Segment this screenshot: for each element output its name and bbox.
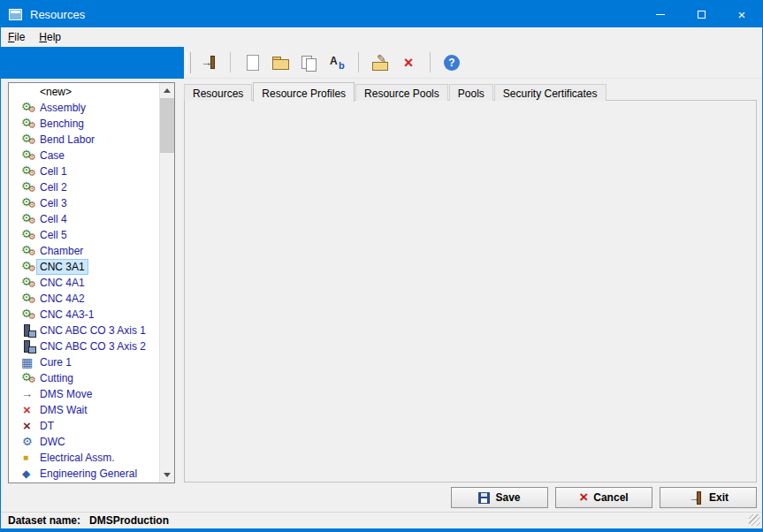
delete-toolbar-button[interactable]: × <box>396 51 421 74</box>
open-folder-icon <box>271 54 289 72</box>
tree-item-cnc-4a2[interactable]: CNC 4A2 <box>9 291 159 307</box>
menu-help[interactable]: Help <box>32 27 68 47</box>
tree-item-cnc-abc-co-3-axis-1[interactable]: CNC ABC CO 3 Axis 1 <box>9 323 159 338</box>
machine-icon <box>21 308 36 322</box>
up-arrow-icon <box>164 88 171 93</box>
resource-tree: <new>AssemblyBenchingBend LaborCaseCell … <box>8 82 175 483</box>
cancel-button[interactable]: × Cancel <box>555 487 652 508</box>
menu-file[interactable]: File <box>1 27 32 47</box>
tree-item-label: CNC ABC CO 3 Axis 1 <box>36 323 149 338</box>
tree-scrollbar[interactable] <box>159 83 174 483</box>
tree-item-dwc[interactable]: DWC <box>9 434 159 450</box>
none-icon <box>21 85 36 99</box>
save-button[interactable]: Save <box>451 487 548 508</box>
tree-item-cnc-abc-co-3-axis-2[interactable]: CNC ABC CO 3 Axis 2 <box>9 338 159 354</box>
tree-item-label: Cell 4 <box>36 211 71 227</box>
dataset-name-label: Dataset name: <box>8 514 80 527</box>
exit-button[interactable]: → Exit <box>660 487 757 508</box>
tree-item-engineering-general[interactable]: Engineering General <box>9 466 159 482</box>
tree-item-dms-wait[interactable]: DMS Wait <box>9 402 159 418</box>
tree-item-cell-4[interactable]: Cell 4 <box>9 211 159 227</box>
dataset-name-value: DMSProduction <box>89 514 169 527</box>
delete-icon: × <box>400 54 417 72</box>
tab-strip: ResourcesResource ProfilesResource Pools… <box>184 81 607 101</box>
tree-item-dms-move[interactable]: DMS Move <box>9 386 159 402</box>
tree-item-dt[interactable]: DT <box>9 418 159 434</box>
save-label: Save <box>495 491 520 504</box>
toolbar-separator <box>230 52 231 72</box>
engineering-icon <box>21 467 36 481</box>
machine-icon <box>21 101 36 115</box>
maximize-button[interactable] <box>681 1 721 27</box>
scroll-down-button[interactable] <box>160 467 174 483</box>
toolbar: →Ab✎×? <box>184 47 763 79</box>
scroll-up-button[interactable] <box>160 83 174 98</box>
tab-resource-profiles[interactable]: Resource Profiles <box>253 82 355 102</box>
tree-item-label: Cure 1 <box>36 354 75 370</box>
tree-item-case[interactable]: Case <box>9 148 159 163</box>
tree-item-label: DMS Move <box>36 386 95 402</box>
tree-item-bend-labor[interactable]: Bend Labor <box>9 132 159 148</box>
tree-item-label: CNC 4A3-1 <box>36 307 97 323</box>
rename-toolbar-button[interactable]: Ab <box>324 51 349 74</box>
exit-icon: → <box>688 490 704 505</box>
tree-item-chamber[interactable]: Chamber <box>9 243 159 259</box>
tab-resources[interactable]: Resources <box>184 84 252 101</box>
tree-item-electrical-assm[interactable]: Electrical Assm. <box>9 450 159 466</box>
mill-icon <box>21 339 36 353</box>
machine-icon <box>21 196 36 210</box>
machine-icon <box>21 228 36 242</box>
tab-resource-pools[interactable]: Resource Pools <box>355 84 448 101</box>
tree-item-cnc-4a3-1[interactable]: CNC 4A3-1 <box>9 307 159 323</box>
copy-icon <box>300 54 317 72</box>
tab-page <box>184 100 757 483</box>
tree-item-assembly[interactable]: Assembly <box>9 100 159 116</box>
close-button[interactable]: × <box>721 1 762 27</box>
save-icon <box>478 492 490 504</box>
exit-label: Exit <box>709 491 729 504</box>
edit-toolbar-button[interactable]: ✎ <box>368 51 393 74</box>
bluegear-icon <box>21 435 36 449</box>
tree-item-cutting[interactable]: Cutting <box>9 370 159 386</box>
tree-item-cell-1[interactable]: Cell 1 <box>9 163 159 179</box>
tree-item-cnc-3a1[interactable]: CNC 3A1 <box>9 259 159 275</box>
tree-item-label: CNC 4A2 <box>36 291 88 307</box>
machine-icon <box>21 212 36 226</box>
open-toolbar-button[interactable] <box>268 51 293 74</box>
toolbar-separator <box>358 52 359 72</box>
tree-item-label: Electrical Assm. <box>36 450 118 466</box>
new-toolbar-button[interactable] <box>240 51 264 74</box>
tree-item-label: Cell 3 <box>36 195 71 211</box>
tree-item-cell-5[interactable]: Cell 5 <box>9 227 159 243</box>
tree-item-cnc-4a1[interactable]: CNC 4A1 <box>9 275 159 291</box>
caption-buttons: × <box>640 1 762 27</box>
tree-item-benching[interactable]: Benching <box>9 116 159 132</box>
tree-item-cell-2[interactable]: Cell 2 <box>9 179 159 195</box>
tree-item-label: CNC 3A1 <box>36 259 88 275</box>
machine-icon <box>21 292 36 306</box>
tree-item-cell-3[interactable]: Cell 3 <box>9 195 159 211</box>
machine-icon <box>21 371 36 385</box>
app-icon <box>9 9 22 20</box>
help-toolbar-button[interactable]: ? <box>439 51 464 74</box>
resize-grip[interactable] <box>749 514 760 526</box>
tree-item-cure-1[interactable]: Cure 1 <box>9 354 159 370</box>
tab-security-certificates[interactable]: Security Certificates <box>494 84 607 101</box>
machine-icon <box>21 276 36 290</box>
machine-icon <box>21 117 36 131</box>
copy-toolbar-button[interactable] <box>296 51 321 74</box>
new-file-icon <box>243 54 261 72</box>
toolbar-left-panel <box>1 47 184 79</box>
minimize-button[interactable] <box>640 1 681 27</box>
scrollbar-thumb[interactable] <box>160 98 174 153</box>
tree-item-label: Cell 5 <box>36 227 71 243</box>
machine-icon <box>21 180 36 194</box>
exit-toolbar-button[interactable]: → <box>196 51 221 74</box>
tree-item-label: CNC ABC CO 3 Axis 2 <box>36 338 149 354</box>
wait-icon <box>21 403 36 417</box>
move-icon <box>21 387 36 401</box>
mill-icon <box>21 323 36 338</box>
tree-item-label: <new> <box>36 84 75 100</box>
tab-pools[interactable]: Pools <box>449 84 493 101</box>
tree-item-new[interactable]: <new> <box>9 84 159 100</box>
